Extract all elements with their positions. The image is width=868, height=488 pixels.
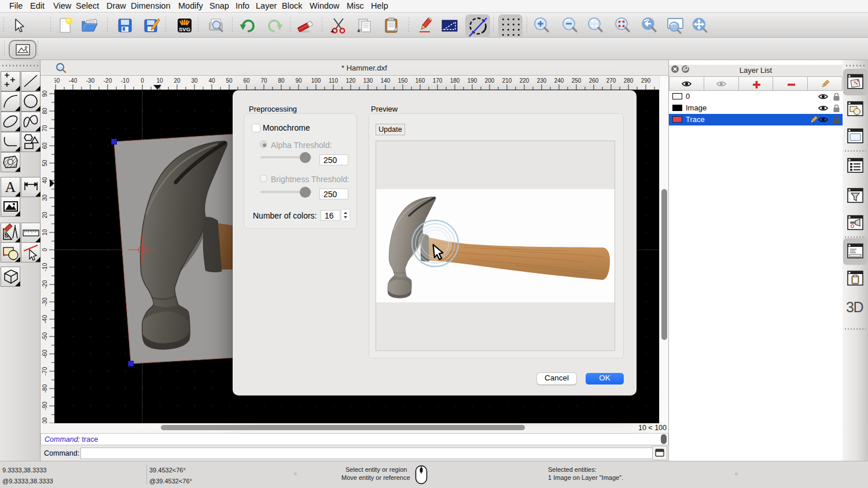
svg-text:+: + <box>330 28 334 34</box>
svg-text:-70: -70 <box>42 367 48 375</box>
svg-text:-50: -50 <box>54 77 60 84</box>
svg-text:70: 70 <box>260 77 267 84</box>
svg-text:60: 60 <box>42 142 48 149</box>
svg-text:A: A <box>5 179 16 195</box>
svg-text:10: 10 <box>42 229 48 236</box>
svg-text:120: 120 <box>346 77 356 84</box>
svg-text:290: 290 <box>641 77 651 84</box>
svg-text:-60: -60 <box>42 349 48 358</box>
svg-text:230: 230 <box>537 77 547 84</box>
svg-text:-50: -50 <box>42 332 48 341</box>
svg-text:220: 220 <box>520 77 529 84</box>
svg-text:110: 110 <box>329 77 338 84</box>
svg-text:10: 10 <box>156 77 163 84</box>
svg-text:30: 30 <box>191 77 198 84</box>
svg-text:-30: -30 <box>86 77 95 84</box>
svg-text:50: 50 <box>226 77 233 84</box>
svg-text:200: 200 <box>485 77 495 84</box>
svg-text:270: 270 <box>606 77 616 84</box>
svg-text:-100: -100 <box>42 417 48 423</box>
svg-text:180: 180 <box>450 77 460 84</box>
svg-text:-40: -40 <box>42 315 48 323</box>
svg-text:160: 160 <box>415 77 425 84</box>
svg-text:240: 240 <box>554 77 564 84</box>
svg-text:90: 90 <box>42 90 48 97</box>
svg-text:0: 0 <box>42 248 48 252</box>
svg-text:-80: -80 <box>42 384 48 393</box>
svg-text:190: 190 <box>468 77 477 84</box>
svg-text:-40: -40 <box>69 77 78 84</box>
svg-text:-90: -90 <box>42 401 48 410</box>
svg-text:70: 70 <box>42 125 48 132</box>
svg-text:90: 90 <box>295 77 302 84</box>
svg-text:280: 280 <box>624 77 634 84</box>
svg-text:40: 40 <box>42 177 48 184</box>
svg-text:260: 260 <box>589 77 599 84</box>
svg-text:250: 250 <box>572 77 582 84</box>
svg-text:170: 170 <box>433 77 443 84</box>
svg-text:0: 0 <box>141 77 144 84</box>
svg-text:40: 40 <box>208 77 215 84</box>
svg-text:150: 150 <box>398 77 408 84</box>
svg-text:140: 140 <box>381 77 391 84</box>
svg-text:60: 60 <box>243 77 250 84</box>
svg-text:20: 20 <box>42 212 48 219</box>
svg-text:-20: -20 <box>104 77 112 84</box>
svg-text:210: 210 <box>502 77 512 84</box>
svg-text:20: 20 <box>174 77 181 84</box>
svg-text:50: 50 <box>42 160 48 167</box>
svg-text:100: 100 <box>311 77 321 84</box>
svg-text:-20: -20 <box>42 280 48 289</box>
svg-text:30: 30 <box>42 194 48 201</box>
svg-text:80: 80 <box>278 77 285 84</box>
svg-text:-10: -10 <box>42 263 48 271</box>
svg-text:80: 80 <box>42 108 48 114</box>
svg-text:130: 130 <box>363 77 373 84</box>
svg-text:+: + <box>357 28 361 34</box>
svg-text:-30: -30 <box>42 297 48 306</box>
svg-text:-10: -10 <box>121 77 130 84</box>
svg-text:SVG: SVG <box>179 26 190 32</box>
